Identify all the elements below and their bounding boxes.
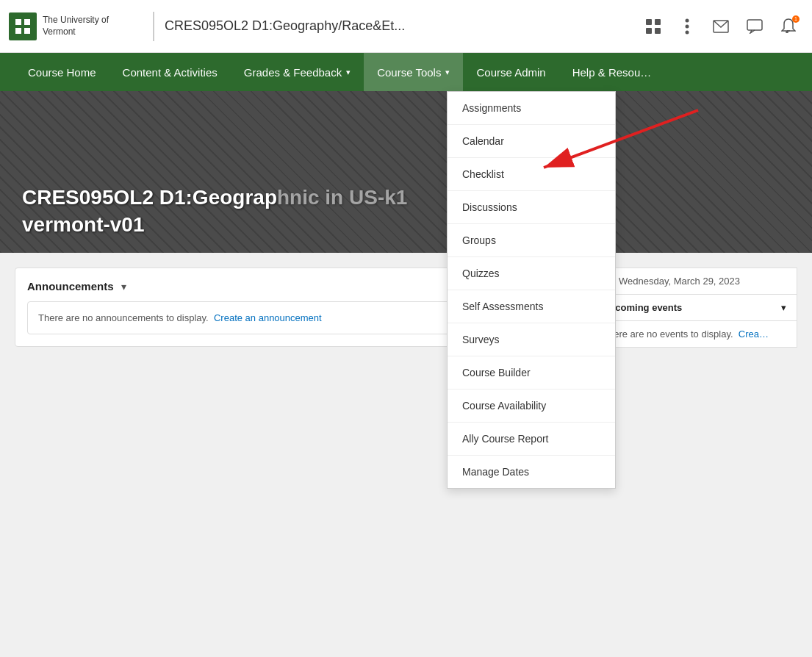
svg-point-9 xyxy=(686,24,689,28)
svg-rect-4 xyxy=(646,19,652,25)
nav-course-tools[interactable]: Course Tools ▾ xyxy=(364,53,463,91)
svg-rect-3 xyxy=(24,28,30,34)
notification-badge: 1 xyxy=(792,15,800,23)
logo-area: The University of Vermont xyxy=(9,12,143,40)
dropdown-item-course-availability[interactable]: Course Availability xyxy=(448,389,615,423)
university-logo xyxy=(9,12,37,40)
notification-bell-icon[interactable]: 1 xyxy=(774,12,803,41)
nav-bar: Course Home Content & Activities Grades … xyxy=(0,53,812,91)
hero-banner: CRES095OL2 D1:Geographnic in US-k1vermon… xyxy=(0,91,812,253)
university-name: The University of Vermont xyxy=(43,15,131,37)
nav-grades-feedback[interactable]: Grades & Feedback ▾ xyxy=(231,53,364,91)
dropdown-item-quizzes[interactable]: Quizzes xyxy=(448,257,615,290)
nav-course-home[interactable]: Course Home xyxy=(15,53,109,91)
dropdown-item-self-assessments[interactable]: Self Assessments xyxy=(448,290,615,323)
nav-course-admin[interactable]: Course Admin xyxy=(463,53,558,91)
create-announcement-link[interactable]: Create an announcement xyxy=(214,312,322,323)
svg-point-10 xyxy=(686,30,689,34)
svg-rect-5 xyxy=(655,19,661,25)
dropdown-item-assignments[interactable]: Assignments xyxy=(448,92,615,125)
dropdown-item-checklist[interactable]: Checklist xyxy=(448,158,615,191)
top-bar: The University of Vermont CRES095OL2 D1:… xyxy=(0,0,812,53)
dropdown-item-surveys[interactable]: Surveys xyxy=(448,323,615,356)
dropdown-item-course-builder[interactable]: Course Builder xyxy=(448,356,615,389)
upcoming-events-body: There are no events to display. Crea… xyxy=(592,321,797,348)
course-tools-dropdown: Assignments Calendar Checklist Discussio… xyxy=(447,91,616,489)
svg-rect-1 xyxy=(24,19,30,25)
svg-rect-7 xyxy=(655,28,661,34)
upcoming-events-header: Upcoming events ▾ xyxy=(592,294,797,321)
date-header: Wednesday, March 29, 2023 xyxy=(592,268,797,294)
svg-rect-6 xyxy=(646,28,652,34)
no-events-text: There are no events to display. xyxy=(603,328,733,340)
mail-icon[interactable] xyxy=(706,12,736,41)
svg-point-14 xyxy=(786,31,788,33)
dropdown-item-calendar[interactable]: Calendar xyxy=(448,125,615,158)
create-event-link[interactable]: Crea… xyxy=(739,328,769,340)
svg-rect-2 xyxy=(15,28,21,34)
svg-rect-12 xyxy=(747,20,762,30)
announcements-chevron-icon[interactable]: ▾ xyxy=(121,281,126,292)
course-title-top: CRES095OL2 D1:Geography/Race&Et... xyxy=(165,18,639,34)
hero-course-title: CRES095OL2 D1:Geographnic in US-k1vermon… xyxy=(22,184,407,238)
grid-icon[interactable] xyxy=(639,12,668,41)
main-content: Announcements ▾ There are no announcemen… xyxy=(0,253,812,657)
no-announcements-text: There are no announcements to display. xyxy=(38,312,209,323)
dropdown-item-manage-dates[interactable]: Manage Dates xyxy=(448,456,615,488)
dropdown-item-ally-course-report[interactable]: Ally Course Report xyxy=(448,423,615,456)
current-date-label: Wednesday, March 29, 2023 xyxy=(619,276,740,287)
announcements-title: Announcements xyxy=(27,280,114,292)
top-bar-icons: 1 xyxy=(639,12,803,41)
course-tools-chevron-icon: ▾ xyxy=(445,68,450,77)
more-options-icon[interactable] xyxy=(672,12,702,41)
top-bar-divider xyxy=(153,12,154,41)
nav-content-activities[interactable]: Content & Activities xyxy=(109,53,231,91)
nav-help-resources[interactable]: Help & Resou… xyxy=(559,53,665,91)
grades-chevron-icon: ▾ xyxy=(346,68,351,77)
chat-icon[interactable] xyxy=(740,12,769,41)
dropdown-item-groups[interactable]: Groups xyxy=(448,224,615,257)
right-column: Wednesday, March 29, 2023 Upcoming event… xyxy=(592,268,797,642)
svg-point-8 xyxy=(686,18,689,22)
svg-rect-0 xyxy=(15,19,21,25)
upcoming-chevron-icon[interactable]: ▾ xyxy=(781,302,786,313)
dropdown-item-discussions[interactable]: Discussions xyxy=(448,191,615,224)
